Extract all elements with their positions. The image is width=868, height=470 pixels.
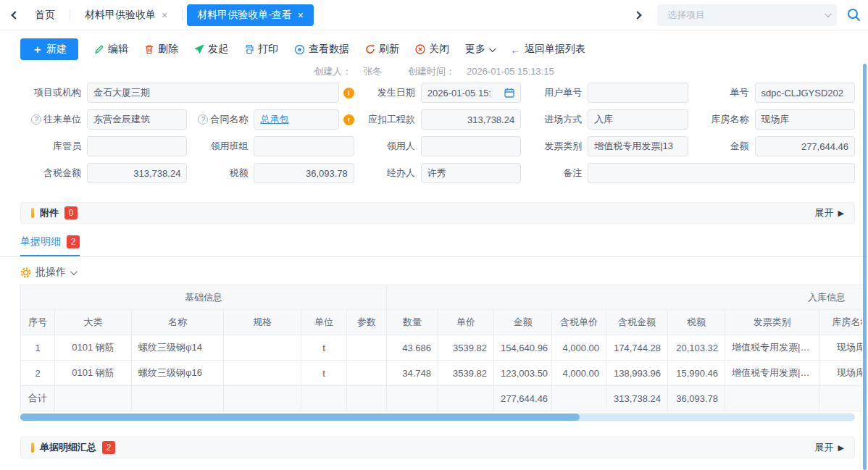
summary-title: 单据明细汇总 (40, 441, 96, 454)
back-to-list-button[interactable]: ← 返回单据列表 (510, 43, 585, 56)
creator-value: 张冬 (363, 66, 382, 77)
field-invoice-type: 发票类别 增值税专用发票|13 (521, 136, 688, 156)
horizontal-scrollbar[interactable] (20, 414, 855, 421)
contract-name-input[interactable]: 总承包 (254, 109, 338, 130)
view-data-button[interactable]: 查看数据 (294, 43, 349, 56)
more-button[interactable]: 更多 (465, 43, 494, 56)
cell: 增值税专用发票|… (725, 335, 819, 361)
cell (347, 386, 387, 411)
cell: 合计 (21, 386, 55, 411)
project-input[interactable]: 金石大厦三期 (87, 83, 339, 103)
edit-button[interactable]: 编辑 (94, 43, 128, 56)
tab-divider (70, 9, 70, 21)
project-select-input[interactable] (667, 9, 825, 20)
field-requisition-person: 领用人 (354, 136, 521, 156)
col-param: 参数 (347, 310, 387, 335)
summary-expand-button[interactable]: 展开 ▶ (815, 441, 844, 454)
gear-icon (20, 267, 31, 278)
search-icon[interactable] (847, 8, 861, 22)
cell: t (301, 361, 347, 386)
close-icon[interactable]: × (298, 9, 304, 21)
field-occur-date: 发生日期 2026-01-05 15: (354, 83, 521, 103)
col-unit: 单位 (301, 310, 347, 335)
delete-button[interactable]: 删除 (144, 43, 178, 56)
warehouse-name-input[interactable]: 现场库 (755, 109, 855, 130)
vertical-scrollbar-thumb[interactable] (863, 64, 867, 470)
cell (347, 361, 387, 386)
help-icon[interactable]: ? (31, 114, 41, 125)
cell: 123,003.50 (494, 361, 552, 386)
amount-input[interactable]: 277,644.46 (755, 136, 855, 156)
cell: 43.686 (387, 335, 438, 361)
chevron-down-icon (825, 10, 832, 17)
info-icon[interactable]: i (343, 88, 354, 98)
col-amount: 金额 (494, 310, 552, 335)
table-header-row: 序号 大类 名称 规格 单位 参数 数量 单价 金额 含税单价 含税金额 税额 … (21, 310, 863, 335)
tabs-scroll-left-icon[interactable] (6, 6, 25, 25)
close-doc-button[interactable]: 关闭 (415, 43, 449, 56)
view-data-icon (294, 44, 305, 55)
tax-amount-input[interactable]: 36,093.78 (254, 163, 354, 183)
cell: 36,093.78 (668, 386, 725, 411)
send-icon (194, 44, 204, 54)
contract-link[interactable]: 总承包 (260, 113, 288, 126)
triangle-right-icon: ▶ (838, 209, 844, 218)
table-row: 20101 钢筋螺纹三级钢φ16t34.7483539.82123,003.50… (21, 361, 863, 386)
tab-material-view-label: 材料甲供验收单-查看 (197, 9, 292, 22)
deductible-amount-input[interactable]: 313,738.24 (421, 109, 521, 130)
col-qty: 数量 (387, 310, 438, 335)
invoice-type-input[interactable]: 增值税专用发票|13 (588, 136, 688, 156)
detail-tabs: 单据明细 2 (0, 235, 868, 257)
doc-form: 项目或机构 金石大厦三期 i 发生日期 2026-01-05 15: 用户单号 … (0, 78, 868, 183)
cell: 4,000.00 (552, 361, 606, 386)
cell: 138,993.96 (606, 361, 668, 386)
entry-mode-input[interactable]: 入库 (588, 109, 688, 130)
cell (132, 386, 224, 411)
col-tax-incl-price: 含税单价 (552, 310, 606, 335)
launch-button[interactable]: 发起 (194, 43, 228, 56)
new-button[interactable]: ＋新建 (20, 38, 78, 60)
batch-ops-button[interactable]: 批操作 (0, 257, 868, 285)
cell: 1 (21, 335, 55, 361)
info-icon[interactable]: i (343, 114, 354, 125)
tab-home[interactable]: 首页 (25, 4, 65, 26)
tax-included-amount-input[interactable]: 313,738.24 (87, 163, 187, 183)
handler-input[interactable]: 许秀 (421, 163, 521, 183)
refresh-button[interactable]: 刷新 (365, 43, 399, 56)
cell: 4,000.00 (552, 335, 606, 361)
cell (224, 335, 301, 361)
requisition-person-input[interactable] (421, 136, 521, 156)
print-button[interactable]: 打印 (244, 43, 278, 56)
table-row: 10101 钢筋螺纹三级钢φ14t43.6863539.82154,640.96… (21, 335, 863, 361)
attachments-title: 附件 (40, 206, 59, 219)
tab-material-list[interactable]: 材料甲供验收单 × (75, 4, 178, 26)
horizontal-scrollbar-thumb[interactable] (20, 414, 580, 421)
help-icon[interactable]: ? (198, 114, 208, 125)
doc-no-input[interactable]: sdpc-CLJGYSD202 (755, 83, 855, 103)
close-icon[interactable]: × (162, 9, 167, 21)
tab-material-view[interactable]: 材料甲供验收单-查看 × (187, 4, 314, 26)
summary-section-bar: 单据明细汇总 2 展开 ▶ (20, 437, 855, 458)
counterparty-input[interactable]: 东营金辰建筑 (87, 109, 187, 130)
user-doc-no-input[interactable] (588, 83, 688, 103)
occur-date-input[interactable]: 2026-01-05 15: (421, 83, 521, 103)
remark-input[interactable] (588, 163, 855, 183)
toolbar: ＋新建 编辑 删除 发起 打印 查看数据 刷新 关闭 更多 ← 返回单据列表 (0, 30, 868, 61)
accent-bar (31, 442, 34, 453)
attachments-expand-button[interactable]: 展开 ▶ (815, 206, 844, 219)
summary-count-badge: 2 (102, 441, 115, 454)
tabs-scroll-right-icon[interactable] (628, 6, 647, 25)
warehouse-keeper-input[interactable] (87, 136, 187, 156)
requisition-team-input[interactable] (254, 136, 354, 156)
calendar-icon[interactable] (504, 88, 514, 98)
top-tab-bar: 首页 材料甲供验收单 × 材料甲供验收单-查看 × (0, 0, 868, 30)
field-requisition-team: 领用班组 (187, 136, 354, 156)
project-select[interactable] (657, 4, 837, 26)
cell: 313,738.24 (606, 386, 668, 411)
group-header-inbound: 入库信息 (387, 285, 862, 310)
tab-detail[interactable]: 单据明细 2 (20, 235, 80, 256)
cell (55, 386, 132, 411)
cell: 20,103.32 (668, 335, 725, 361)
cell: 3539.82 (438, 335, 494, 361)
field-remark: 备注 (521, 163, 855, 183)
